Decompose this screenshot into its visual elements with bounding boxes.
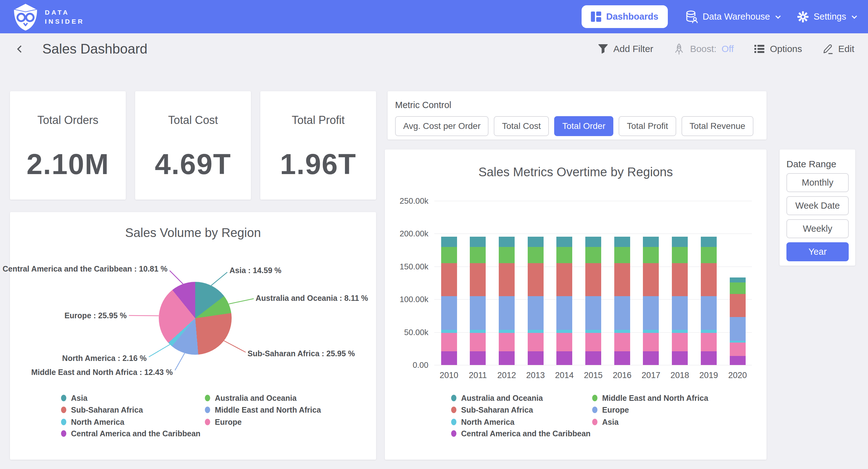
bar-segment-sub-saharan-africa [701, 263, 717, 296]
legend-dot [205, 407, 210, 413]
legend-item-australia-and-oceania[interactable]: Australia and Oceania [451, 393, 543, 403]
legend-item-central-america-and-the-caribbean[interactable]: Central America and the Caribbean [451, 429, 591, 438]
legend-dot [61, 419, 66, 426]
x-tick-label: 2016 [608, 371, 636, 380]
legend-dot [205, 395, 210, 402]
bar-segment-central-america-and-the-caribbean [730, 356, 746, 365]
legend-dot [592, 407, 597, 413]
kpi-label: Total Profit [260, 114, 376, 127]
date-range-button-weekly[interactable]: Weekly [786, 219, 849, 238]
metric-button-total-cost[interactable]: Total Cost [494, 116, 549, 136]
legend-item-asia[interactable]: Asia [592, 418, 619, 427]
bar-segment-central-america-and-the-caribbean [643, 351, 659, 365]
bar-column-2020[interactable] [730, 201, 746, 365]
legend-dot [61, 395, 66, 402]
bar-segment-asia [701, 333, 717, 351]
boost-state: Off [721, 43, 734, 54]
bar-column-2019[interactable] [701, 201, 717, 365]
bar-column-2016[interactable] [614, 201, 630, 365]
metric-button-total-revenue[interactable]: Total Revenue [682, 116, 753, 136]
bar-column-2014[interactable] [556, 201, 572, 365]
pie-chart [159, 282, 231, 355]
x-tick-label: 2013 [522, 371, 550, 380]
bar-segment-asia [614, 333, 630, 351]
kpi-label: Total Orders [10, 114, 126, 127]
nav-dashboards[interactable]: Dashboards [582, 5, 668, 28]
date-range-button-year[interactable]: Year [786, 242, 849, 261]
nav-data-warehouse[interactable]: Data Warehouse [685, 10, 780, 24]
boost-toggle[interactable]: Boost:Off [673, 43, 734, 55]
pie-chart-card: Sales Volume by Region Asia : 14.59 %Aus… [10, 212, 376, 460]
legend-item-europe[interactable]: Europe [205, 418, 242, 427]
metric-button-avg-cost-per-order[interactable]: Avg. Cost per Order [395, 116, 489, 136]
y-tick-label: 250.00k [385, 196, 428, 206]
legend-label: Middle East and North Africa [602, 393, 708, 403]
bar-column-2013[interactable] [528, 201, 544, 365]
bar-segment-sub-saharan-africa [499, 263, 515, 296]
legend-dot [205, 419, 210, 426]
bar-segment-asia [643, 333, 659, 351]
add-filter-button[interactable]: Add Filter [598, 43, 653, 55]
legend-item-middle-east-and-north-africa[interactable]: Middle East and North Africa [205, 406, 321, 414]
bar-column-2011[interactable] [470, 201, 486, 365]
bar-segment-australia-and-oceania [643, 237, 659, 247]
bar-segment-north-america [643, 330, 659, 332]
chevron-down-icon [776, 13, 781, 19]
bar-segment-asia [528, 333, 544, 351]
bar-segment-asia [556, 333, 572, 351]
legend-item-sub-saharan-africa[interactable]: Sub-Saharan Africa [451, 406, 533, 414]
bar-segment-europe [643, 296, 659, 330]
metric-control-title: Metric Control [395, 100, 452, 110]
bar-segment-north-america [614, 330, 630, 332]
bar-segment-europe [499, 296, 515, 330]
legend-item-australia-and-oceania[interactable]: Australia and Oceania [205, 393, 297, 403]
bar-segment-asia [672, 333, 688, 351]
bar-segment-australia-and-oceania [556, 237, 572, 247]
legend-dot [451, 395, 457, 402]
rocket-icon [673, 43, 685, 55]
bar-segment-asia [585, 333, 601, 351]
kpi-value: 4.69T [135, 148, 251, 181]
bar-segment-asia [730, 343, 746, 356]
bar-segment-sub-saharan-africa [672, 263, 688, 296]
kpi-card-total-cost: Total Cost 4.69T [135, 91, 251, 200]
bar-segment-asia [470, 333, 486, 351]
bar-column-2017[interactable] [643, 201, 659, 365]
legend-item-europe[interactable]: Europe [592, 406, 629, 414]
metric-control-buttons: Avg. Cost per OrderTotal CostTotal Order… [395, 116, 753, 136]
nav-settings[interactable]: Settings [797, 10, 856, 23]
back-button[interactable] [14, 42, 27, 56]
date-range-button-week-date[interactable]: Week Date [786, 196, 849, 215]
y-tick-label: 150.00k [385, 262, 428, 271]
metric-button-total-profit[interactable]: Total Profit [619, 116, 676, 136]
legend-item-north-america[interactable]: North America [451, 418, 514, 427]
bar-segment-europe [441, 296, 457, 330]
date-range-button-monthly[interactable]: Monthly [786, 173, 849, 192]
bar-column-2018[interactable] [672, 201, 688, 365]
bar-segment-middle-east-and-north-africa [643, 247, 659, 263]
legend-item-sub-saharan-africa[interactable]: Sub-Saharan Africa [61, 406, 143, 414]
legend-item-central-america-and-the-caribbean[interactable]: Central America and the Caribbean [61, 429, 200, 438]
bar-segment-europe [614, 296, 630, 330]
bar-segment-central-america-and-the-caribbean [556, 351, 572, 365]
bar-column-2012[interactable] [499, 201, 515, 365]
bar-segment-middle-east-and-north-africa [556, 247, 572, 263]
metric-control-card: Metric Control Avg. Cost per OrderTotal … [388, 91, 767, 140]
bar-column-2010[interactable] [441, 201, 457, 365]
pie-callout-sub-saharan-africa: Sub-Saharan Africa : 25.95 % [248, 349, 355, 358]
legend-item-north-america[interactable]: North America [61, 418, 124, 427]
edit-button[interactable]: Edit [822, 43, 854, 55]
bar-column-2015[interactable] [585, 201, 601, 365]
nav-dashboards-label: Dashboards [606, 11, 658, 22]
metric-button-total-order[interactable]: Total Order [554, 116, 614, 136]
bar-segment-europe [701, 296, 717, 330]
bar-segment-sub-saharan-africa [643, 263, 659, 296]
legend-item-asia[interactable]: Asia [61, 393, 88, 403]
bar-segment-central-america-and-the-caribbean [441, 351, 457, 365]
add-filter-label: Add Filter [613, 43, 653, 54]
options-button[interactable]: Options [754, 43, 802, 54]
legend-dot [61, 430, 66, 437]
legend-item-middle-east-and-north-africa[interactable]: Middle East and North Africa [592, 393, 708, 403]
bar-segment-middle-east-and-north-africa [499, 247, 515, 263]
pie-chart-title: Sales Volume by Region [10, 226, 376, 240]
